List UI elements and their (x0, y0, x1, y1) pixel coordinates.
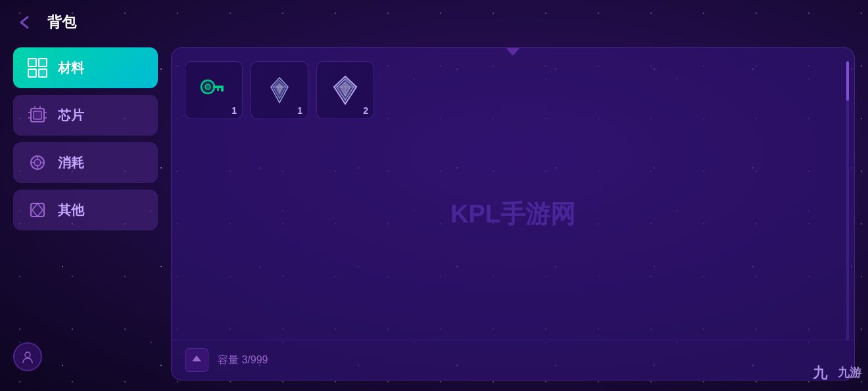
svg-point-38 (25, 352, 30, 357)
sidebar-item-consumables[interactable]: 消耗 (13, 142, 158, 183)
svg-rect-27 (217, 88, 219, 91)
back-button[interactable] (13, 11, 37, 34)
page-title: 背包 (47, 13, 76, 32)
capacity-label: 容量 3/999 (218, 353, 268, 367)
sort-button[interactable] (185, 348, 208, 372)
svg-point-24 (205, 84, 210, 90)
sidebar-label-consumables: 消耗 (58, 154, 84, 172)
bottom-left-controls (13, 342, 42, 371)
item-key-icon (196, 72, 231, 108)
bottom-action-icon[interactable] (13, 342, 42, 371)
svg-rect-0 (28, 59, 36, 66)
svg-rect-3 (39, 69, 47, 77)
item-count: 2 (363, 105, 368, 116)
item-crystal-large-icon (327, 72, 363, 108)
header: 背包 (13, 11, 855, 34)
content-footer: 容量 3/999 (172, 340, 854, 380)
svg-rect-5 (34, 111, 41, 119)
sidebar-label-materials: 材料 (58, 59, 84, 77)
materials-icon (26, 57, 49, 79)
sidebar: 材料 芯片 (13, 47, 158, 380)
consumables-icon (26, 151, 49, 174)
sidebar-label-chips: 芯片 (58, 107, 84, 124)
sidebar-item-materials[interactable]: 材料 (13, 47, 158, 88)
scrollbar[interactable] (846, 61, 849, 340)
chips-icon (26, 104, 49, 126)
logo-text: 九游 (838, 365, 861, 380)
others-icon (26, 199, 49, 221)
list-item[interactable]: 2 (316, 61, 374, 119)
item-count: 1 (231, 105, 237, 116)
item-count: 1 (297, 105, 302, 116)
svg-point-13 (34, 159, 41, 166)
svg-rect-25 (213, 86, 224, 88)
svg-marker-37 (192, 355, 201, 361)
list-item[interactable]: 1 (251, 61, 308, 119)
bottom-right-logo: 九 九游 (810, 361, 861, 384)
sidebar-item-others[interactable]: 其他 (13, 190, 158, 230)
svg-rect-26 (221, 88, 224, 91)
main-content: 材料 芯片 (13, 47, 855, 380)
sidebar-label-others: 其他 (58, 201, 84, 219)
item-crystal-small-icon (262, 72, 297, 108)
svg-rect-18 (31, 203, 44, 217)
svg-text:九: 九 (812, 365, 828, 381)
content-panel: 1 1 (171, 47, 855, 380)
items-grid: 1 1 (172, 48, 854, 340)
sidebar-item-chips[interactable]: 芯片 (13, 95, 158, 136)
list-item[interactable]: 1 (185, 61, 243, 119)
svg-rect-2 (28, 69, 36, 77)
svg-rect-1 (39, 59, 47, 66)
arrow-decoration (505, 47, 521, 56)
scrollbar-thumb[interactable] (846, 61, 849, 101)
